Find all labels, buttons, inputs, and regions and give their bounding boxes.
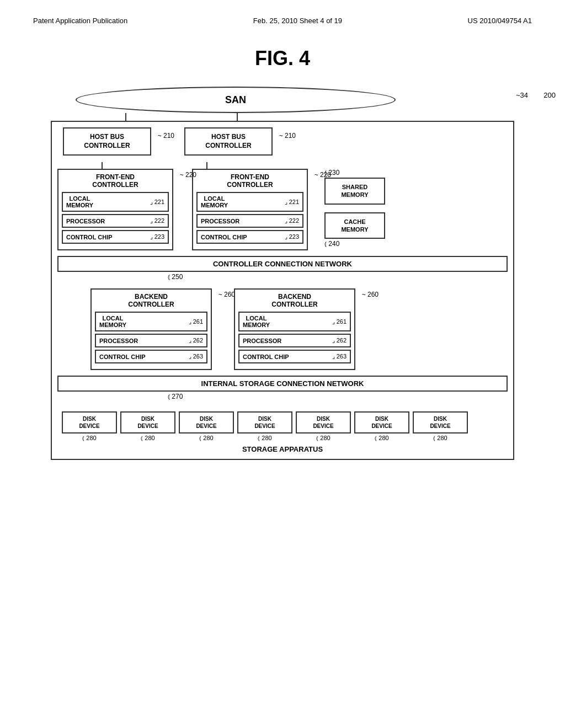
header: Patent Application Publication Feb. 25, … (22, 11, 543, 36)
processor-2: PROCESSOR ⌟ 222 (196, 214, 303, 228)
disk-device-1: DISKDEVICE (62, 411, 117, 433)
san-oval: SAN (76, 87, 396, 113)
be-ref-1: ~ 260 (218, 291, 235, 298)
hbc-box-1: HOST BUSCONTROLLER (63, 127, 151, 156)
be-local-memory-2: LOCALMEMORY ⌟ 261 (238, 312, 351, 331)
header-center: Feb. 25, 2010 Sheet 4 of 19 (253, 17, 342, 25)
outer-ref: 200 (543, 91, 556, 99)
controller-network-bar: CONTROLLER CONNECTION NETWORK (57, 256, 508, 272)
be-title-2: BACKENDCONTROLLER (238, 293, 351, 308)
outer-box: HOST BUSCONTROLLER ~ 210 HOST BUSCONTROL… (51, 121, 514, 460)
disk-device-3: DISKDEVICE (179, 411, 234, 433)
disk-refs: ⦅ 280 ⦅ 280 ⦅ 280 ⦅ 280 ⦅ 280 ⦅ 280 ⦅ 28… (57, 433, 508, 443)
cache-memory-box: CACHEMEMORY (324, 212, 385, 239)
page: Patent Application Publication Feb. 25, … (0, 0, 565, 728)
be-controller-2: BACKENDCONTROLLER LOCALMEMORY ⌟ 261 PROC… (234, 288, 355, 370)
control-chip-2: CONTROL CHIP ⌟ 223 (196, 230, 303, 244)
be-title-1: BACKENDCONTROLLER (95, 293, 207, 308)
disk-row: DISKDEVICE DISKDEVICE DISKDEVICE DISKDEV… (57, 411, 508, 433)
hbc-box-2: HOST BUSCONTROLLER (184, 127, 273, 156)
cache-memory-ref-label: ⦅ 240 (324, 240, 339, 248)
internal-storage-network-bar: INTERNAL STORAGE CONNECTION NETWORK (57, 376, 508, 392)
fe-controller-1: FRONT-ENDCONTROLLER LOCALMEMORY ⌟ 221 PR… (57, 169, 173, 250)
disk-ref-3: ⦅ 280 (179, 435, 234, 442)
hbc-row: HOST BUSCONTROLLER ~ 210 HOST BUSCONTROL… (57, 127, 508, 156)
control-chip-1: CONTROL CHIP ⌟ 223 (62, 230, 169, 244)
internal-storage-network-ref: ⦅ 270 (168, 393, 183, 400)
local-memory-2: LOCALMEMORY ⌟ 221 (196, 192, 303, 212)
fe-controller-2: FRONT-ENDCONTROLLER LOCALMEMORY ⌟ 221 PR… (192, 169, 308, 250)
shared-memory-box: SHAREDMEMORY (324, 178, 385, 205)
disk-device-2: DISKDEVICE (120, 411, 175, 433)
san-label: SAN (225, 94, 246, 106)
san-ref: ~34 (516, 91, 528, 99)
shared-memory-ref-label: ⦅ 230 (324, 169, 339, 176)
disk-ref-6: ⦅ 280 (354, 435, 409, 442)
hbc-ref-2: ~ 210 (279, 132, 296, 140)
disk-ref-1: ⦅ 280 (62, 435, 117, 442)
disk-device-5: DISKDEVICE (296, 411, 351, 433)
disk-device-6: DISKDEVICE (354, 411, 409, 433)
disk-ref-4: ⦅ 280 (237, 435, 292, 442)
be-section: BACKENDCONTROLLER LOCALMEMORY ⌟ 261 PROC… (57, 288, 508, 370)
storage-apparatus-label: STORAGE APPARATUS (57, 445, 508, 453)
be-ref-2: ~ 260 (362, 291, 379, 298)
disk-ref-5: ⦅ 280 (296, 435, 351, 442)
hbc-label-1: HOST BUSCONTROLLER (84, 133, 130, 149)
figure-title: FIG. 4 (22, 47, 543, 70)
fe-title-1: FRONT-ENDCONTROLLER (62, 173, 169, 189)
be-processor-1: PROCESSOR ⌟ 262 (95, 334, 207, 347)
internal-storage-network-label: INTERNAL STORAGE CONNECTION NETWORK (201, 379, 364, 388)
controller-network-ref: ⦅ 250 (168, 273, 183, 281)
be-controller-1: BACKENDCONTROLLER LOCALMEMORY ⌟ 261 PROC… (90, 288, 212, 370)
hbc-label-2: HOST BUSCONTROLLER (205, 133, 251, 149)
header-right: US 2010/049754 A1 (468, 17, 532, 25)
be-control-chip-2: CONTROL CHIP ⌟ 263 (238, 350, 351, 363)
be-processor-2: PROCESSOR ⌟ 262 (238, 334, 351, 347)
be-control-chip-1: CONTROL CHIP ⌟ 263 (95, 350, 207, 363)
disk-ref-7: ⦅ 280 (413, 435, 468, 442)
hbc-ref-1: ~ 210 (158, 132, 174, 140)
disk-device-4: DISKDEVICE (237, 411, 292, 433)
processor-1: PROCESSOR ⌟ 222 (62, 214, 169, 228)
disk-ref-2: ⦅ 280 (120, 435, 175, 442)
fe-title-2: FRONT-ENDCONTROLLER (196, 173, 303, 189)
be-local-memory-1: LOCALMEMORY ⌟ 261 (95, 312, 207, 331)
controller-network-label: CONTROLLER CONNECTION NETWORK (213, 260, 352, 268)
local-memory-1: LOCALMEMORY ⌟ 221 (62, 192, 169, 212)
disk-device-7: DISKDEVICE (413, 411, 468, 433)
diagram: SAN ~34 200 HOST BUSCONTROLLER ~ 210 (42, 87, 523, 460)
header-left: Patent Application Publication (33, 17, 127, 25)
